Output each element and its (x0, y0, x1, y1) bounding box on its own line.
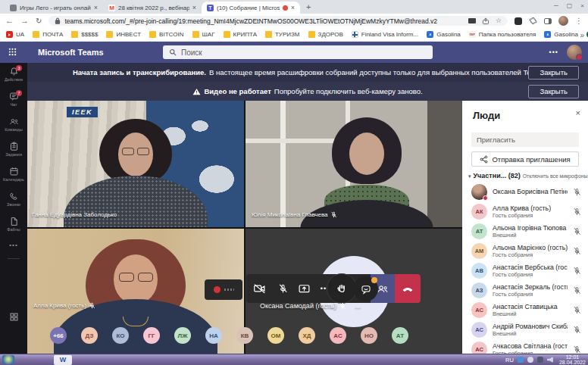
participant-avatar[interactable]: ОМ (267, 327, 284, 344)
taskbar-word-button[interactable]: W (54, 355, 72, 365)
participant-row[interactable]: АС Андрій Романович Скиба Внешний (462, 320, 588, 339)
presence-busy-icon (483, 195, 488, 201)
participant-name: Андрій Романович Скиба (493, 323, 568, 330)
bookmark-item[interactable]: ЗДОРОВ (308, 31, 343, 38)
participants-count[interactable]: Участни... (82) (474, 172, 521, 179)
bookmark-item[interactable]: КРИПТА (224, 31, 257, 38)
apps-icon[interactable] (9, 312, 19, 322)
bookmark-item[interactable]: ШАГ (192, 31, 215, 38)
participant-row[interactable]: АМ Альона Марієнко (гость) Гость собрани… (462, 241, 588, 260)
participant-avatar[interactable]: ЛЖ (174, 327, 191, 344)
waffle-menu-icon[interactable] (8, 48, 17, 56)
participant-avatar[interactable]: НА (205, 327, 222, 344)
bookmark-item[interactable]: ПОЧТА (33, 31, 63, 38)
tab-teams-meeting[interactable]: T (10) Собрание | Microsoft T × (202, 2, 300, 14)
chevron-down-icon[interactable]: ▾ (468, 173, 471, 179)
participant-avatar[interactable]: НО (361, 327, 377, 344)
invite-input[interactable]: Пригласить (471, 133, 579, 147)
minimize-button[interactable]: ─ (554, 2, 558, 9)
extensions-puzzle-icon[interactable] (529, 17, 537, 25)
rail-item-files[interactable]: Файлы (0, 217, 27, 242)
send-invite-button[interactable]: Отправка приглашения (471, 151, 579, 167)
bookmark-star-icon[interactable]: ☆ (496, 17, 502, 24)
reload-button[interactable]: ↻ (36, 17, 42, 25)
close-video-banner-button[interactable]: Закрыть (528, 85, 579, 98)
hang-up-button[interactable] (395, 274, 421, 303)
maximize-button[interactable]: ▢ (567, 2, 573, 9)
rail-item-assignments[interactable]: Задания (0, 142, 27, 167)
participant-avatar[interactable]: КВ (236, 327, 253, 344)
volume-icon[interactable] (547, 357, 553, 363)
tab-close-icon[interactable]: × (192, 4, 196, 11)
header-more-icon[interactable]: ••• (549, 48, 558, 56)
search-input[interactable]: Поиск (163, 45, 433, 59)
participant-row[interactable]: АВ Анастасія Вербська (гость) Гость собр… (462, 260, 588, 280)
share-screen-button[interactable] (293, 283, 314, 294)
bookmark-item[interactable]: ТУРИЗМ (265, 31, 300, 38)
close-window-button[interactable]: × (580, 2, 584, 9)
bookmark-item[interactable]: ПКР Папка пользователя (469, 31, 536, 38)
participant-text: Анастасія Ставицька Внешний (493, 303, 568, 317)
participant-avatar[interactable]: ДЗ (81, 327, 98, 344)
back-button[interactable]: ← (5, 17, 14, 25)
user-avatar[interactable] (567, 45, 582, 60)
forward-button[interactable]: → (20, 17, 29, 25)
bookmarks-overflow-icon[interactable]: » (580, 31, 584, 39)
mic-off-button[interactable] (272, 283, 293, 294)
participants-header: ▾ Участни... (82) Отключить все микрофон… (468, 172, 584, 179)
tray-icon[interactable] (518, 357, 524, 363)
close-recording-banner-button[interactable]: Закрыть (528, 66, 579, 80)
new-tab-button[interactable]: + (306, 2, 311, 11)
participant-avatar[interactable]: ГГ (143, 327, 160, 344)
browser-menu-icon[interactable]: ⋮ (575, 17, 583, 25)
close-panel-icon[interactable]: × (576, 108, 580, 117)
banner-text: Попробуйте подключить веб-камеру заново. (274, 87, 423, 95)
rail-item-activity[interactable]: Действия 3 (0, 67, 27, 92)
mute-all-button[interactable]: Отключить все микрофоны (523, 173, 588, 179)
bookmark-item[interactable]: A Gasolina (544, 31, 578, 38)
reactions-button[interactable] (353, 276, 378, 301)
tab-gmail[interactable]: M 28 квітня 2022 р., вебінар «Ген × (103, 2, 202, 14)
bookmark-item[interactable]: UA (6, 31, 24, 38)
tab-lego[interactable]: Игры Лего - играть онлайн бес × (5, 2, 103, 14)
rail-item-teams[interactable]: Команды (0, 117, 27, 142)
bookmark-item[interactable]: BITCOIN (149, 31, 183, 38)
share-icon[interactable] (482, 17, 489, 25)
mic-off-icon (278, 283, 288, 294)
rail-item-calls[interactable]: Звонки (0, 192, 27, 217)
browser-profile-avatar[interactable] (558, 16, 568, 26)
participant-avatar[interactable]: ХД (299, 327, 315, 344)
participant-avatar[interactable]: АТ (392, 327, 408, 344)
raise-hand-button[interactable] (327, 273, 357, 304)
bookmark-item[interactable]: $$$$$ (71, 31, 98, 38)
participant-row[interactable]: АТ Альона Ігорівна Тюпова Внешний (462, 221, 588, 241)
side-panel-icon[interactable] (544, 18, 552, 24)
tab-close-icon[interactable]: × (94, 4, 98, 11)
rail-item-calendar[interactable]: Календарь (0, 167, 27, 192)
rail-item-chat[interactable]: Чат 7 (0, 92, 27, 117)
participant-row[interactable]: АЗ Анастасія Зеркаль (гость) Гость собра… (462, 280, 588, 300)
start-button[interactable] (2, 355, 14, 364)
media-indicator-icon[interactable] (468, 18, 476, 23)
participant-row[interactable]: Оксана Борисівна Петінова (462, 182, 588, 201)
participant-row[interactable]: АС Анастасія Ставицька Внешний (462, 300, 588, 320)
network-icon[interactable] (537, 357, 543, 363)
camera-off-button[interactable] (246, 283, 272, 294)
bookmark-item[interactable]: A Gasolina (427, 31, 461, 38)
participant-avatar[interactable]: КО (112, 327, 129, 344)
panel-title: Люди (473, 110, 500, 121)
language-indicator[interactable]: RU (505, 357, 514, 363)
gmail-favicon-icon: M (108, 5, 115, 11)
bookmark-item[interactable]: ИНВЕСТ (106, 31, 141, 38)
participant-avatar[interactable]: АС (330, 327, 346, 344)
participant-row[interactable]: АС Ачкасова Світлана (гость) Гость собра… (462, 339, 588, 354)
tab-close-icon[interactable]: × (291, 4, 295, 11)
tray-icon[interactable] (527, 357, 533, 363)
address-bar[interactable]: teams.microsoft.com/_#/pre-join-calling/… (48, 16, 508, 26)
extension-icon[interactable] (514, 17, 522, 25)
participant-row[interactable]: АК Алла Крива (гость) Гость собрания (462, 201, 588, 221)
bookmark-item[interactable]: Finland Visa Inform... (352, 31, 418, 38)
rail-more-icon[interactable]: ••• (9, 242, 17, 255)
clock[interactable]: 12:01 28.04.2022 (559, 354, 586, 365)
participant-avatar[interactable]: +66 (50, 327, 67, 344)
